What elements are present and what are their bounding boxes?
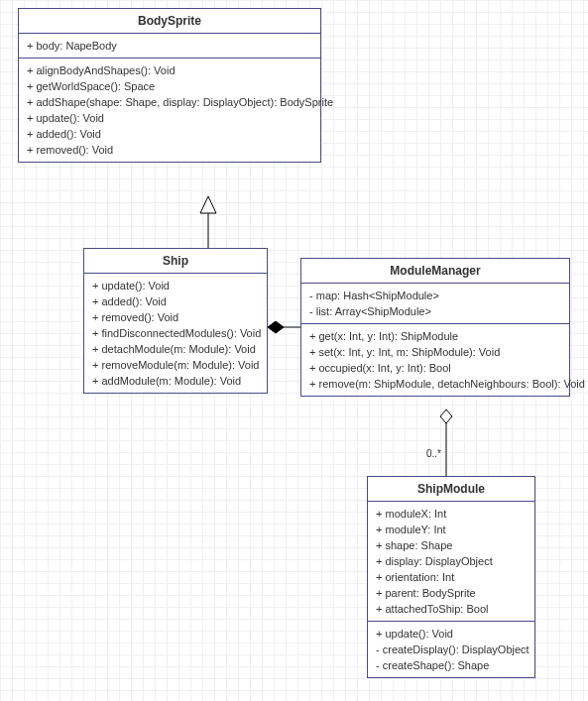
operation-row: + addShape(shape: Shape, display: Displa… xyxy=(27,94,312,110)
multiplicity-label: 0..* xyxy=(426,448,441,459)
attribute-row: + shape: Shape xyxy=(376,537,527,553)
class-title: ShipModule xyxy=(368,477,534,502)
operations-section: + update(): Void + added(): Void + remov… xyxy=(84,274,267,393)
class-title: BodySprite xyxy=(19,9,320,34)
attribute-row: + parent: BodySprite xyxy=(376,585,527,601)
operation-row: + removed(): Void xyxy=(92,309,259,325)
operation-row: + update(): Void xyxy=(376,626,527,642)
operation-row: + added(): Void xyxy=(27,126,312,142)
class-modulemanager[interactable]: ModuleManager - map: Hash<ShipModule> - … xyxy=(300,258,570,397)
operation-row: + getWorldSpace(): Space xyxy=(27,78,312,94)
attribute-row: + orientation: Int xyxy=(376,569,527,585)
attribute-row: + display: DisplayObject xyxy=(376,553,527,569)
class-shipmodule[interactable]: ShipModule + moduleX: Int + moduleY: Int… xyxy=(367,476,535,678)
attribute-row: + attachedToShip: Bool xyxy=(376,601,527,617)
generalization-ship-bodysprite xyxy=(200,196,216,248)
aggregation-modulemanager-shipmodule xyxy=(440,409,452,476)
class-ship[interactable]: Ship + update(): Void + added(): Void + … xyxy=(83,248,268,394)
attributes-section: - map: Hash<ShipModule> - list: Array<Sh… xyxy=(301,284,569,324)
operation-row: - createDisplay(): DisplayObject xyxy=(376,642,527,657)
class-title: ModuleManager xyxy=(301,259,569,284)
attributes-section: + body: NapeBody xyxy=(19,34,320,58)
class-title: Ship xyxy=(84,249,267,274)
attribute-row: + moduleX: Int xyxy=(376,506,527,522)
operation-row: - createShape(): Shape xyxy=(376,657,527,673)
class-bodysprite[interactable]: BodySprite + body: NapeBody + alignBodyA… xyxy=(18,8,321,163)
svg-marker-1 xyxy=(200,196,216,213)
operation-row: + remove(m: ShipModule, detachNeighbours… xyxy=(309,376,561,392)
svg-marker-5 xyxy=(440,409,452,423)
operation-row: + removeModule(m: Module): Void xyxy=(92,357,259,373)
operation-row: + set(x: Int, y: Int, m: ShipModule): Vo… xyxy=(309,344,561,360)
composition-ship-modulemanager xyxy=(268,321,300,333)
attribute-row: + body: NapeBody xyxy=(27,38,312,54)
operation-row: + update(): Void xyxy=(92,278,259,293)
attribute-row: + moduleY: Int xyxy=(376,522,527,537)
attributes-section: + moduleX: Int + moduleY: Int + shape: S… xyxy=(368,502,534,622)
operations-section: + update(): Void - createDisplay(): Disp… xyxy=(368,622,534,677)
operation-row: + alignBodyAndShapes(): Void xyxy=(27,62,312,78)
attribute-row: - map: Hash<ShipModule> xyxy=(309,288,561,303)
operation-row: + update(): Void xyxy=(27,110,312,126)
operation-row: + added(): Void xyxy=(92,293,259,309)
operation-row: + removed(): Void xyxy=(27,142,312,158)
operation-row: + occupied(x: Int, y: Int): Bool xyxy=(309,360,561,376)
operation-row: + findDisconnectedModules(): Void xyxy=(92,325,259,341)
operations-section: + alignBodyAndShapes(): Void + getWorldS… xyxy=(19,58,320,162)
svg-marker-3 xyxy=(268,321,284,333)
operation-row: + get(x: Int, y: Int): ShipModule xyxy=(309,328,561,344)
attribute-row: - list: Array<ShipModule> xyxy=(309,303,561,319)
operations-section: + get(x: Int, y: Int): ShipModule + set(… xyxy=(301,324,569,396)
operation-row: + addModule(m: Module): Void xyxy=(92,373,259,389)
operation-row: + detachModule(m: Module): Void xyxy=(92,341,259,357)
